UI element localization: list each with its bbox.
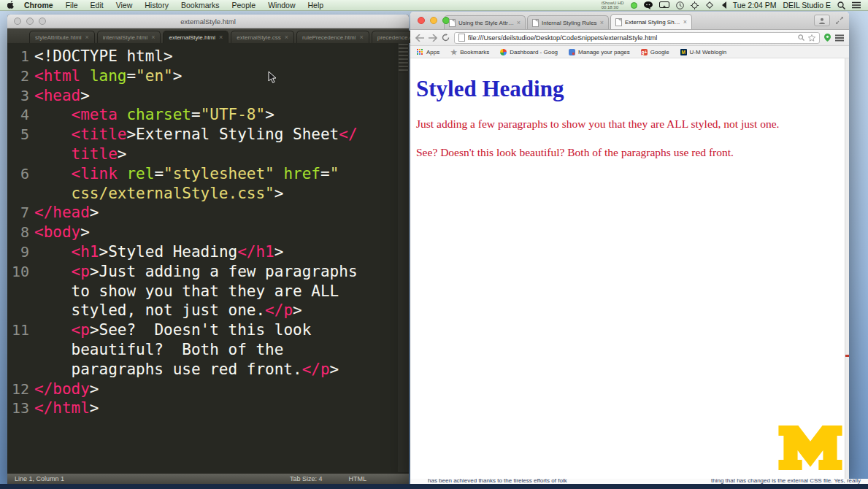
close-tab-icon[interactable]: × — [683, 18, 687, 26]
code-line[interactable]: 2<html lang="en"> — [7, 66, 409, 86]
code-line[interactable]: css/externalStyle.css"> — [7, 184, 409, 204]
code-line[interactable]: 8<body> — [7, 223, 409, 242]
code-line[interactable]: beautiful? Both of the — [7, 340, 409, 360]
code-line[interactable]: 12</body> — [7, 380, 409, 399]
bookmark-item[interactable]: ★Bookmarks — [450, 49, 489, 55]
browser-tab[interactable]: External Styling Sheet× — [610, 14, 692, 29]
editor-window-title: externalStyle.html — [7, 18, 409, 26]
close-tab-icon[interactable]: × — [285, 34, 288, 41]
profile-button[interactable] — [814, 15, 830, 26]
editor-title-bar[interactable]: externalStyle.html — [7, 15, 409, 28]
code-text: </head> — [34, 203, 99, 223]
menu-bar-status-area: iShowU HD 00:18:30 Tue 2:04 PM DEIL Stud… — [602, 1, 861, 10]
minimize-window-button[interactable] — [26, 18, 34, 25]
recorder-app-name: iShowU HD — [602, 1, 624, 5]
editor-tab[interactable]: externalStyle.css× — [231, 31, 294, 43]
bookmark-item[interactable]: Apps — [417, 49, 439, 55]
clock-icon[interactable] — [676, 1, 684, 9]
close-window-button[interactable] — [14, 18, 21, 25]
bookmark-star-icon[interactable] — [808, 34, 815, 42]
browser-tab[interactable]: Internal Styling Rules× — [527, 15, 609, 29]
code-line[interactable]: 10 <p>Just adding a few paragraphs — [7, 262, 409, 282]
menu-bar-clock[interactable]: Tue 2:04 PM — [733, 1, 777, 9]
code-text: <html lang="en"> — [34, 66, 182, 86]
fullscreen-icon[interactable] — [836, 17, 843, 24]
editor-tab-label: internalStyle.html — [103, 34, 147, 41]
editor-tab[interactable]: styleAttribute.html× — [29, 31, 95, 43]
minimap-column[interactable] — [398, 43, 409, 472]
reload-button[interactable] — [442, 34, 450, 42]
browser-tab[interactable]: Using the Style Attribute× — [444, 15, 526, 29]
zoom-search-icon[interactable] — [798, 34, 804, 41]
close-tab-icon[interactable]: × — [219, 34, 223, 41]
line-number — [7, 282, 34, 301]
code-line[interactable]: 13</html> — [7, 398, 409, 418]
code-line[interactable]: 11 <p>See? Doesn't this look — [7, 320, 409, 340]
menu-item-window[interactable]: Window — [268, 1, 295, 9]
close-tab-icon[interactable]: × — [85, 34, 89, 41]
app-menus: ChromeFileEditViewHistoryBookmarksPeople… — [24, 1, 323, 9]
address-bar[interactable]: file:///Users/deilstudioe/Desktop/CodeSn… — [454, 32, 820, 44]
close-tab-icon[interactable]: × — [600, 19, 604, 26]
code-line[interactable]: 3<head> — [7, 86, 409, 106]
code-line[interactable]: title> — [7, 145, 409, 164]
code-line[interactable]: paragraphs use red front.</p> — [7, 360, 409, 380]
code-line[interactable]: to show you that they are ALL — [7, 282, 409, 301]
spotlight-search-icon[interactable] — [837, 1, 845, 9]
menu-item-people[interactable]: People — [231, 1, 256, 9]
tab-size-status[interactable]: Tab Size: 4 — [290, 475, 323, 482]
menu-bar-username[interactable]: DEIL Studio E — [783, 1, 831, 9]
menu-item-view[interactable]: View — [116, 1, 133, 9]
close-tab-icon[interactable]: × — [517, 19, 521, 26]
code-area[interactable]: 1<!DOCTYPE html>2<html lang="en">3<head>… — [7, 43, 409, 472]
code-line[interactable]: 1<!DOCTYPE html> — [7, 47, 409, 66]
close-tab-icon[interactable]: × — [151, 34, 155, 41]
editor-tab[interactable]: internalStyle.html× — [97, 31, 161, 43]
airport-icon[interactable] — [705, 1, 714, 9]
speech-bubble-icon[interactable] — [644, 1, 653, 9]
code-line[interactable]: 9 <h1>Styled Heading</h1> — [7, 242, 409, 262]
menu-item-file[interactable]: File — [66, 1, 78, 9]
menu-item-help[interactable]: Help — [308, 1, 324, 9]
back-button[interactable] — [415, 34, 424, 42]
bookmark-item[interactable]: Dashboard - Goog — [500, 49, 558, 55]
code-line[interactable]: 6 <link rel="stylesheet" href=" — [7, 164, 409, 184]
browser-toolbar: file:///Users/deilstudioe/Desktop/CodeSn… — [410, 30, 849, 46]
syntax-status[interactable]: HTML — [349, 475, 367, 482]
browser-tab-strip[interactable]: Using the Style Attribute×Internal Styli… — [410, 12, 849, 30]
forward-button[interactable] — [429, 34, 437, 42]
zoom-window-button[interactable] — [39, 18, 46, 25]
location-icon[interactable] — [691, 1, 699, 9]
editor-tab-bar: styleAttribute.html×internalStyle.html×e… — [7, 28, 409, 43]
slide-text-fragment-left: has been achieved thanks to the tireless… — [428, 479, 567, 484]
code-line[interactable]: styled, not just one.</p> — [7, 301, 409, 320]
apple-icon[interactable] — [7, 1, 15, 9]
url-text[interactable]: file:///Users/deilstudioe/Desktop/CodeSn… — [468, 34, 795, 42]
close-tab-icon[interactable]: × — [359, 34, 363, 41]
close-window-button[interactable] — [418, 17, 425, 24]
editor-tab[interactable]: externalStyle.html× — [163, 31, 228, 43]
display-icon[interactable] — [659, 1, 669, 9]
code-line[interactable]: 4 <meta charset="UTF-8"> — [7, 105, 409, 125]
code-line[interactable]: 7</head> — [7, 203, 409, 223]
notification-center-icon[interactable] — [852, 1, 861, 9]
web-page-content[interactable]: Styled Heading Just adding a few paragra… — [410, 58, 849, 480]
chrome-menu-icon[interactable] — [835, 34, 844, 42]
minimize-window-button[interactable] — [430, 17, 437, 24]
menu-item-bookmarks[interactable]: Bookmarks — [181, 1, 220, 9]
bookmark-item[interactable]: Manage your pages — [569, 49, 630, 55]
editor-tab[interactable]: rulePrecedence.html× — [296, 31, 369, 43]
bookmark-item[interactable]: MU-M Weblogin — [680, 49, 727, 55]
menu-item-edit[interactable]: Edit — [91, 1, 104, 9]
page-scrollbar[interactable] — [845, 58, 849, 480]
tab-favicon — [532, 19, 539, 27]
code-line[interactable]: 5 <title>External Styling Sheet</ — [7, 125, 409, 145]
menu-item-chrome[interactable]: Chrome — [24, 1, 53, 9]
volume-icon[interactable] — [721, 1, 726, 9]
menu-item-history[interactable]: History — [145, 1, 169, 9]
code-text: <h1>Styled Heading</h1> — [34, 242, 283, 262]
recorder-time: 00:18:30 — [602, 5, 618, 9]
minimap-thumbnail[interactable] — [399, 44, 408, 73]
bookmark-item[interactable]: g+Google — [641, 49, 669, 55]
extension-pin-icon[interactable] — [824, 34, 831, 42]
